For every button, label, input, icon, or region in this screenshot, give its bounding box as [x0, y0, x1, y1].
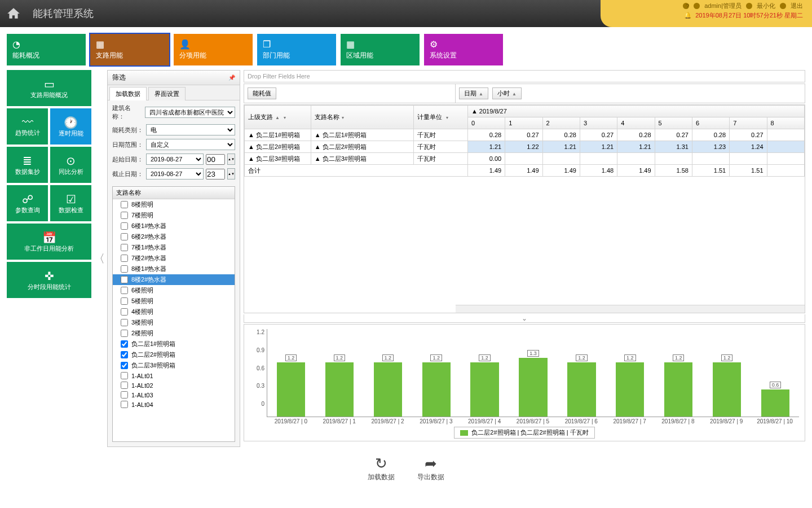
branch-checkbox[interactable] — [121, 255, 128, 262]
bar[interactable]: 0.6 — [752, 382, 799, 417]
tile-参数查询[interactable]: ☍参数查询 — [7, 185, 48, 221]
branch-checkbox[interactable] — [121, 372, 128, 379]
branch-item[interactable]: 1-ALt04 — [113, 400, 235, 409]
bell-icon[interactable]: 🔔 — [684, 12, 692, 19]
nav-区域用能[interactable]: ▦区域用能 — [341, 34, 420, 65]
branch-item[interactable]: 1-ALt02 — [113, 380, 235, 390]
branch-list[interactable]: 8楼照明7楼照明6楼1#热水器6楼2#热水器7楼1#热水器7楼2#热水器8楼1#… — [113, 199, 235, 441]
close-icon[interactable] — [780, 3, 786, 9]
minimize-btn[interactable]: 最小化 — [757, 2, 775, 10]
branch-checkbox[interactable] — [121, 382, 128, 389]
branch-item[interactable]: 负二层2#照明箱 — [113, 349, 235, 360]
branch-item[interactable]: 负二层1#照明箱 — [113, 339, 235, 349]
branch-item[interactable]: 8楼照明 — [113, 199, 235, 210]
end-hour[interactable] — [206, 169, 225, 179]
bar[interactable]: 1.2 — [461, 354, 509, 417]
end-date[interactable]: 2019-08-27 — [146, 168, 204, 179]
branch-checkbox[interactable] — [121, 212, 128, 219]
tile-逐时用能[interactable]: 🕐逐时用能 — [50, 108, 91, 144]
branch-item[interactable]: 7楼1#热水器 — [113, 242, 235, 253]
branch-checkbox[interactable] — [121, 265, 128, 273]
branch-checkbox[interactable] — [121, 222, 128, 230]
tile-分时段用能统计[interactable]: ✜分时段用能统计 — [7, 262, 91, 298]
branch-item[interactable]: 7楼2#热水器 — [113, 253, 235, 264]
user-label[interactable]: admin|管理员 — [704, 2, 742, 10]
branch-checkbox[interactable] — [121, 233, 128, 240]
branch-item[interactable]: 负二层3#照明箱 — [113, 360, 235, 371]
pivot-grid[interactable]: 上级支路▲ ▾支路名称▾计量单位 ▾▲ 2019/8/27012345678▲ … — [244, 104, 805, 313]
branch-item[interactable]: 6楼照明 — [113, 285, 235, 296]
end-hour-spin[interactable]: ▲▼ — [227, 168, 235, 179]
branch-checkbox[interactable] — [121, 340, 128, 348]
branch-checkbox[interactable] — [121, 201, 128, 208]
branch-checkbox[interactable] — [121, 319, 128, 326]
tile-支路用能概况[interactable]: ▭支路用能概况 — [7, 70, 91, 106]
start-hour-spin[interactable]: ▲▼ — [227, 154, 235, 165]
export-data-button[interactable]: ➦导出数据 — [417, 455, 444, 482]
tile-非工作日用能分析[interactable]: 📅非工作日用能分析 — [7, 224, 91, 260]
branch-checkbox[interactable] — [121, 401, 128, 408]
branch-item[interactable]: 8楼2#热水器 — [113, 274, 235, 285]
expand-chart-button[interactable]: ⌄ — [244, 314, 805, 323]
branch-item[interactable]: 8楼1#热水器 — [113, 264, 235, 274]
daterange-select[interactable]: 自定义 — [146, 139, 235, 150]
tile-数据集抄[interactable]: ≣数据集抄 — [7, 147, 48, 183]
branch-name: 6楼1#热水器 — [131, 222, 166, 230]
start-hour[interactable] — [206, 154, 225, 165]
bar[interactable]: 1.2 — [316, 354, 363, 417]
tab-load-data[interactable]: 加载数据 — [109, 87, 147, 100]
energy-select[interactable]: 电 — [146, 124, 235, 135]
branch-item[interactable]: 6楼1#热水器 — [113, 221, 235, 231]
bar[interactable]: 1.2 — [655, 354, 702, 417]
colfield-date[interactable]: 日期▲ — [459, 87, 488, 99]
nav-分项用能[interactable]: 👤分项用能 — [174, 34, 253, 65]
branch-item[interactable]: 3楼照明 — [113, 317, 235, 328]
tab-ui-settings[interactable]: 界面设置 — [148, 87, 186, 100]
branch-item[interactable]: 4楼照明 — [113, 306, 235, 317]
horizontal-scrollbar[interactable] — [456, 305, 805, 313]
bar[interactable]: 1.2 — [703, 354, 751, 417]
branch-item[interactable]: 6楼2#热水器 — [113, 231, 235, 242]
home-icon[interactable] — [6, 6, 21, 21]
branch-checkbox[interactable] — [121, 276, 128, 283]
bar[interactable]: 1.3 — [510, 350, 557, 417]
bar[interactable]: 1.2 — [558, 354, 605, 417]
nav-能耗概况[interactable]: ◔能耗概况 — [7, 34, 86, 65]
bar[interactable]: 1.2 — [364, 354, 412, 417]
nav-部门用能[interactable]: ❒部门用能 — [257, 34, 336, 65]
load-data-button[interactable]: ↻加载数据 — [368, 455, 395, 482]
branch-checkbox[interactable] — [121, 362, 128, 369]
branch-checkbox[interactable] — [121, 297, 128, 305]
branch-item[interactable]: 7楼照明 — [113, 210, 235, 221]
tile-数据检查[interactable]: ☑数据检查 — [50, 185, 91, 221]
nav-系统设置[interactable]: ⚙系统设置 — [424, 34, 503, 65]
branch-item[interactable]: 5楼照明 — [113, 296, 235, 306]
tile-同比分析[interactable]: ⊙同比分析 — [50, 147, 91, 183]
bar[interactable]: 1.2 — [267, 354, 315, 417]
drop-filter-area[interactable]: Drop Filter Fields Here — [244, 70, 805, 82]
bar[interactable]: 1.2 — [606, 354, 654, 417]
pin-icon[interactable]: 📌 — [228, 75, 235, 81]
exit-btn[interactable]: 退出 — [791, 2, 803, 10]
building-select[interactable]: 四川省成都市新都区中医院 — [145, 107, 235, 118]
branch-item[interactable]: 1-ALt03 — [113, 390, 235, 400]
branch-item[interactable]: 1-ALt01 — [113, 371, 235, 380]
tile-趋势统计[interactable]: 〰趋势统计 — [7, 108, 48, 144]
bar[interactable]: 1.2 — [413, 354, 460, 417]
branch-checkbox[interactable] — [121, 351, 128, 358]
help-icon[interactable]: ? — [683, 3, 689, 9]
colfield-hour[interactable]: 小时▲ — [492, 87, 522, 99]
branch-checkbox[interactable] — [121, 287, 128, 294]
nav-支路用能[interactable]: ▦支路用能 — [90, 34, 169, 65]
branch-item[interactable]: 2楼照明 — [113, 328, 235, 339]
minimize-icon[interactable] — [746, 3, 752, 9]
nav-icon: ▦ — [96, 39, 164, 50]
measure-chip[interactable]: 能耗值 — [248, 87, 276, 99]
branch-checkbox[interactable] — [121, 330, 128, 337]
collapse-sidebar-button[interactable]: 〈 — [95, 70, 104, 447]
user-icon[interactable] — [694, 3, 700, 9]
start-date[interactable]: 2019-08-27 — [146, 154, 204, 165]
branch-checkbox[interactable] — [121, 308, 128, 316]
branch-checkbox[interactable] — [121, 244, 128, 251]
branch-checkbox[interactable] — [121, 391, 128, 398]
